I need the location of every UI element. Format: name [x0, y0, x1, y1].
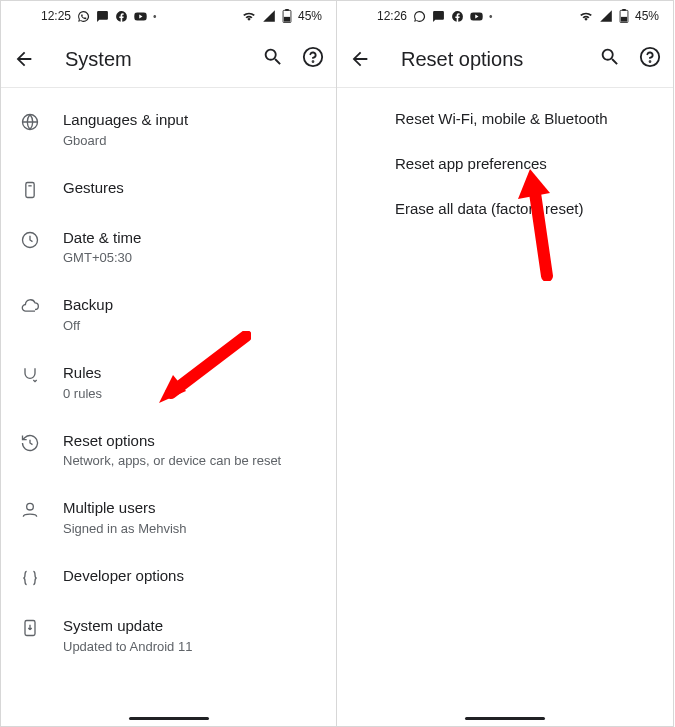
search-button[interactable] — [599, 46, 621, 72]
row-label: Languages & input — [63, 110, 188, 130]
row-sub: Signed in as Mehvish — [63, 520, 187, 538]
row-sub: Updated to Android 11 — [63, 638, 192, 656]
row-label: Reset app preferences — [395, 155, 653, 172]
row-datetime[interactable]: Date & timeGMT+05:30 — [1, 214, 336, 282]
message-icon — [432, 10, 445, 23]
phone-left: 12:25 • 45% System Languages & inputGboa… — [0, 0, 337, 727]
row-sub: Off — [63, 317, 113, 335]
facebook-icon — [115, 10, 128, 23]
header-bar: Reset options — [337, 31, 673, 87]
status-battery: 45% — [635, 9, 659, 23]
status-bar: 12:26 • 45% — [337, 1, 673, 31]
svg-rect-2 — [284, 17, 290, 22]
svg-rect-11 — [622, 9, 626, 11]
page-title: Reset options — [395, 48, 575, 71]
back-button[interactable] — [13, 48, 35, 70]
row-sub: Gboard — [63, 132, 188, 150]
row-label: Reset options — [63, 431, 281, 451]
status-bar: 12:25 • 45% — [1, 1, 336, 31]
back-button[interactable] — [349, 48, 371, 70]
row-sub: Network, apps, or device can be reset — [63, 452, 281, 470]
message-icon — [96, 10, 109, 23]
dot-icon: • — [153, 11, 157, 22]
home-indicator[interactable] — [129, 717, 209, 720]
battery-icon — [282, 9, 292, 23]
row-label: Multiple users — [63, 498, 187, 518]
row-label: Date & time — [63, 228, 141, 248]
row-label: Rules — [63, 363, 102, 383]
users-icon — [19, 498, 41, 520]
svg-point-4 — [313, 61, 314, 62]
globe-icon — [19, 110, 41, 132]
row-languages[interactable]: Languages & inputGboard — [1, 96, 336, 164]
battery-icon — [619, 9, 629, 23]
reset-icon — [19, 431, 41, 453]
whatsapp-icon — [77, 10, 90, 23]
svg-point-14 — [650, 61, 651, 62]
youtube-icon — [134, 10, 147, 23]
row-developer-options[interactable]: Developer options — [1, 552, 336, 602]
phone-right: 12:26 • 45% Reset options Reset Wi-Fi, m… — [337, 0, 674, 727]
row-backup[interactable]: BackupOff — [1, 281, 336, 349]
status-battery: 45% — [298, 9, 322, 23]
header-bar: System — [1, 31, 336, 87]
signal-icon — [599, 9, 613, 23]
wifi-icon — [242, 9, 256, 23]
help-button[interactable] — [639, 46, 661, 72]
whatsapp-icon — [413, 10, 426, 23]
youtube-icon — [470, 10, 483, 23]
gestures-icon — [19, 178, 41, 200]
rules-icon — [19, 363, 41, 385]
facebook-icon — [451, 10, 464, 23]
status-time: 12:25 — [41, 9, 71, 23]
row-label: System update — [63, 616, 192, 636]
search-button[interactable] — [262, 46, 284, 72]
svg-rect-6 — [26, 182, 34, 197]
svg-rect-1 — [285, 9, 289, 11]
page-title: System — [59, 48, 238, 71]
svg-rect-12 — [621, 17, 627, 22]
row-sub: 0 rules — [63, 385, 102, 403]
row-reset-wifi[interactable]: Reset Wi-Fi, mobile & Bluetooth — [337, 96, 673, 141]
row-gestures[interactable]: Gestures — [1, 164, 336, 214]
row-label: Erase all data (factory reset) — [395, 200, 653, 217]
wifi-icon — [579, 9, 593, 23]
row-sub: GMT+05:30 — [63, 249, 141, 267]
cloud-icon — [19, 295, 41, 317]
signal-icon — [262, 9, 276, 23]
row-label: Developer options — [63, 566, 184, 586]
help-button[interactable] — [302, 46, 324, 72]
row-label: Backup — [63, 295, 113, 315]
row-reset-options[interactable]: Reset optionsNetwork, apps, or device ca… — [1, 417, 336, 485]
home-indicator[interactable] — [465, 717, 545, 720]
reset-options-list: Reset Wi-Fi, mobile & Bluetooth Reset ap… — [337, 88, 673, 231]
dot-icon: • — [489, 11, 493, 22]
row-label: Reset Wi-Fi, mobile & Bluetooth — [395, 110, 653, 127]
svg-point-8 — [27, 504, 34, 511]
braces-icon — [19, 566, 41, 588]
row-label: Gestures — [63, 178, 124, 198]
row-system-update[interactable]: System updateUpdated to Android 11 — [1, 602, 336, 670]
row-rules[interactable]: Rules0 rules — [1, 349, 336, 417]
clock-icon — [19, 228, 41, 250]
status-time: 12:26 — [377, 9, 407, 23]
settings-list: Languages & inputGboard Gestures Date & … — [1, 88, 336, 670]
row-factory-reset[interactable]: Erase all data (factory reset) — [337, 186, 673, 231]
row-reset-app-prefs[interactable]: Reset app preferences — [337, 141, 673, 186]
row-multiple-users[interactable]: Multiple usersSigned in as Mehvish — [1, 484, 336, 552]
update-icon — [19, 616, 41, 638]
